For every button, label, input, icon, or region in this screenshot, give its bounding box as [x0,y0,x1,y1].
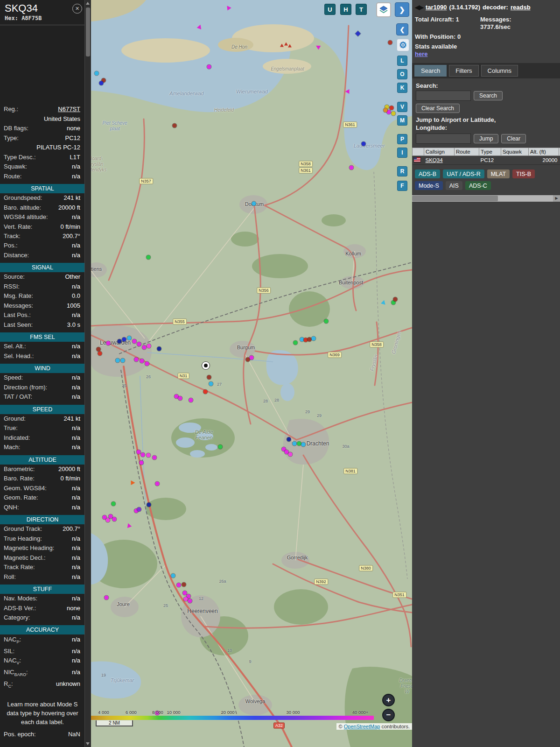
aircraft-marker[interactable] [112,517,117,521]
column-header[interactable]: Type [479,148,501,156]
aircraft-marker[interactable] [155,711,160,715]
aircraft-marker[interactable] [118,339,122,344]
callsign-link[interactable]: SKQ34 [426,157,443,163]
aircraft-marker[interactable] [390,106,394,110]
aircraft-marker[interactable] [284,42,288,46]
aircraft-marker[interactable] [297,442,301,446]
aircraft-marker[interactable] [171,574,175,578]
tab-columns[interactable]: Columns [481,65,518,77]
left-panel-scrollbar[interactable] [84,0,91,747]
map[interactable]: DokkumKollumBuitenpostBurgumDrachtenGorr… [91,0,412,747]
search-input[interactable] [416,91,471,101]
app-name-link[interactable]: tar1090 [426,4,447,11]
osm-link[interactable]: OpenStreetMap [344,724,380,729]
table-horizontal-scrollbar[interactable]: ▶ [412,195,560,202]
tab-filters[interactable]: Filters [449,65,478,77]
aircraft-marker[interactable] [155,482,160,486]
aircraft-marker[interactable] [301,443,306,447]
map-button-m[interactable]: M [397,115,407,126]
aircraft-marker[interactable] [140,359,144,363]
aircraft-marker[interactable] [207,375,211,380]
aircraft-marker[interactable] [106,518,110,522]
aircraft-marker[interactable] [388,41,392,45]
aircraft-marker[interactable] [250,356,254,360]
aircraft-marker[interactable] [147,344,151,348]
column-header[interactable]: Squawk [501,148,529,156]
filter-tis-b[interactable]: TIS-B [512,169,535,178]
search-button[interactable]: Search [474,91,503,100]
aircraft-marker[interactable] [99,81,104,85]
aircraft-marker[interactable] [127,336,132,340]
filter-mode-s[interactable]: Mode-S [415,181,443,190]
aircraft-marker[interactable] [147,503,151,507]
column-header[interactable]: Route [455,148,479,156]
filter-ais[interactable]: AIS [446,181,462,190]
map-button-f[interactable]: F [397,181,407,191]
aircraft-marker[interactable] [173,124,177,128]
map-button-v[interactable]: V [397,102,407,112]
decoder-link[interactable]: readsb [511,4,531,11]
aircraft-marker[interactable] [116,359,120,363]
aircraft-marker[interactable] [131,480,135,485]
field-value[interactable]: N677ST [58,106,80,113]
aircraft-marker[interactable] [312,337,316,341]
aircraft-marker[interactable] [308,338,312,342]
aircraft-marker[interactable] [288,44,292,48]
scroll-down-icon[interactable] [86,742,90,745]
jump-clear-button[interactable]: Clear [501,134,526,143]
filter-ads-b[interactable]: ADS-B [415,169,440,178]
aircraft-row[interactable]: SKQ34PC1220000 [413,156,560,165]
map-button-o[interactable]: O [397,69,407,79]
map-button-p[interactable]: P [397,134,407,144]
clear-search-button[interactable]: Clear Search [416,104,460,113]
zoom-out-button[interactable]: − [382,709,395,721]
close-icon[interactable]: ✕ [72,4,82,14]
aircraft-marker[interactable] [324,319,329,324]
aircraft-marker[interactable] [137,507,141,512]
scrollbar-thumb[interactable] [86,7,90,56]
aircraft-marker[interactable] [98,352,102,356]
map-button-r[interactable]: R [397,166,407,176]
aircraft-marker[interactable] [147,453,151,458]
sidebar-expand-button[interactable]: ❯ [395,2,409,17]
map-button-h[interactable]: H [340,4,351,15]
aircraft-marker[interactable] [183,591,187,595]
aircraft-marker[interactable] [97,347,101,352]
aircraft-marker[interactable] [384,108,388,113]
aircraft-marker[interactable] [153,456,157,460]
aircraft-marker[interactable] [137,342,141,346]
map-button-i[interactable]: I [397,148,407,158]
aircraft-marker[interactable] [189,398,193,402]
column-header[interactable]: Alt. (ft) [529,148,559,156]
aircraft-marker[interactable] [207,65,211,69]
map-button-t[interactable]: T [356,4,367,15]
aircraft-marker[interactable] [184,597,188,601]
aircraft-marker[interactable] [134,358,139,362]
aircraft-marker[interactable] [121,359,125,363]
aircraft-marker[interactable] [252,202,256,206]
aircraft-marker[interactable] [122,338,126,342]
filter-uat-ads-r[interactable]: UAT / ADS-R [443,169,484,178]
aircraft-marker[interactable] [218,445,223,449]
aircraft-marker[interactable] [362,142,366,146]
tab-search[interactable]: Search [414,65,447,77]
map-button-u[interactable]: U [324,4,336,15]
aircraft-marker[interactable] [177,583,181,587]
aircraft-marker[interactable] [95,71,99,76]
aircraft-marker[interactable] [137,450,141,454]
aircraft-marker[interactable] [157,347,161,351]
aircraft-marker[interactable] [188,599,192,603]
aircraft-marker[interactable] [105,596,109,600]
aircraft-marker[interactable] [209,382,213,386]
panel-width-toggle-icon[interactable]: ◀▶ [415,4,423,11]
column-header[interactable]: Callsign [424,148,455,156]
aircraft-marker[interactable] [203,390,208,394]
filter-ads-c[interactable]: ADS-C [465,181,491,190]
settings-gear-icon[interactable]: ⚙ [397,39,409,51]
aircraft-marker[interactable] [140,461,144,465]
aircraft-marker[interactable] [294,341,298,345]
aircraft-marker[interactable] [350,166,354,170]
zoom-in-button[interactable]: + [382,694,395,706]
aircraft-marker[interactable] [287,437,291,442]
layers-control[interactable] [376,2,391,17]
